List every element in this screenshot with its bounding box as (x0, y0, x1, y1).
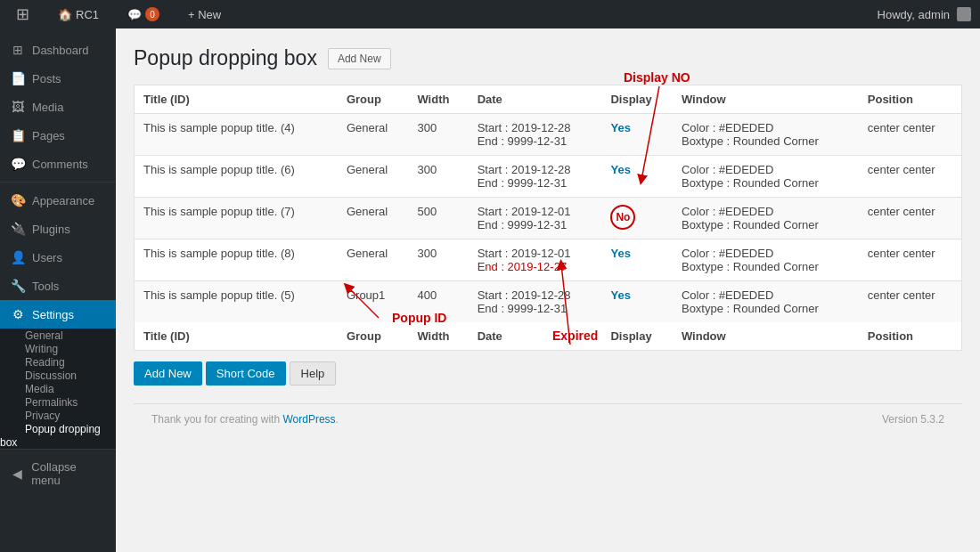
window-boxtype: Boxtype : Rounded Corner (682, 134, 850, 148)
add-new-header-button[interactable]: Add New (328, 48, 391, 69)
sidebar: ⊞ Dashboard 📄 Posts 🖼 Media 📋 Pages 💬 Co… (0, 28, 116, 552)
sidebar-item-comments[interactable]: 💬 Comments (0, 150, 116, 178)
sidebar-item-media[interactable]: 🖼 Media (0, 93, 116, 121)
window-color: Color : #EDEDED (682, 205, 850, 218)
sidebar-item-users[interactable]: 👤 Users (0, 243, 116, 272)
help-button[interactable]: Help (290, 361, 337, 386)
page-title: Popup dropping box (134, 46, 317, 70)
sidebar-item-posts[interactable]: 📄 Posts (0, 64, 116, 93)
window-color: Color : #EDEDED (682, 247, 850, 260)
site-name: RC1 (76, 8, 99, 21)
tf-date: Date (469, 322, 602, 351)
cell-width: 300 (408, 114, 468, 156)
sidebar-label-comments: Comments (32, 158, 88, 171)
sidebar-item-tools[interactable]: 🔧 Tools (0, 272, 116, 300)
table-footer-row: Title (ID) Group Width Date Display Wind… (135, 322, 962, 351)
home-icon: 🏠 (58, 8, 72, 21)
display-no-badge: No (610, 205, 635, 230)
th-group: Group (338, 85, 409, 114)
cell-title: This is sample popup title. (5) (135, 281, 338, 323)
short-code-button[interactable]: Short Code (206, 361, 286, 386)
pages-icon: 📋 (11, 128, 25, 142)
add-new-button[interactable]: Add New (134, 361, 202, 386)
dashboard-icon: ⊞ (11, 43, 25, 57)
popup-table: Title (ID) Group Width Date Display Wind… (134, 85, 962, 351)
footer: Thank you for creating with WordPress. V… (134, 403, 962, 434)
cell-width: 400 (408, 281, 468, 323)
cell-display: Yes (601, 114, 673, 156)
window-boxtype: Boxtype : Rounded Corner (682, 302, 850, 315)
table-row: This is sample popup title. (7)General50… (135, 198, 962, 239)
date-start: Start : 2019-12-01 (478, 247, 593, 260)
table-row: This is sample popup title. (5)Group1400… (135, 281, 962, 323)
date-end: End : 9999-12-31 (478, 218, 593, 231)
th-display: Display (601, 85, 673, 114)
th-title: Title (ID) (135, 85, 338, 114)
display-yes-label: Yes (610, 163, 630, 176)
date-start: Start : 2019-12-01 (478, 205, 593, 218)
annotation-display-no: Display NO (624, 70, 690, 85)
cell-window: Color : #EDEDEDBoxtype : Rounded Corner (673, 281, 859, 323)
page-title-area: Popup dropping box Add New (134, 46, 962, 70)
sidebar-label-collapse: Collapse menu (31, 460, 105, 487)
sidebar-label-pages: Pages (32, 129, 65, 142)
new-content-bar-item[interactable]: + New (181, 0, 228, 28)
sidebar-label-tools: Tools (32, 280, 59, 293)
howdy-text: Howdy, admin (878, 8, 950, 21)
cell-display: Yes (601, 281, 673, 323)
sidebar-item-dashboard[interactable]: ⊞ Dashboard (0, 36, 116, 64)
layout: ⊞ Dashboard 📄 Posts 🖼 Media 📋 Pages 💬 Co… (0, 28, 980, 552)
cell-window: Color : #EDEDEDBoxtype : Rounded Corner (673, 156, 859, 198)
cell-position: center center (859, 281, 962, 323)
site-name-bar-item[interactable]: 🏠 RC1 (51, 0, 106, 28)
table-row: This is sample popup title. (4)General30… (135, 114, 962, 156)
sidebar-label-dashboard: Dashboard (32, 44, 89, 57)
sidebar-label-media: Media (32, 101, 63, 114)
sidebar-item-pages[interactable]: 📋 Pages (0, 121, 116, 150)
tf-display: Display (601, 322, 673, 351)
tf-title: Title (ID) (135, 322, 338, 351)
window-boxtype: Boxtype : Rounded Corner (682, 260, 850, 273)
comments-icon: 💬 (11, 157, 25, 171)
comments-bar-item[interactable]: 💬 0 (120, 0, 167, 28)
table-body: This is sample popup title. (4)General30… (135, 114, 962, 323)
tf-width: Width (408, 322, 468, 351)
cell-date: Start : 2019-12-01End : 9999-12-31 (469, 198, 602, 239)
version-text: Version 5.3.2 (882, 413, 944, 426)
sidebar-label-appearance: Appearance (32, 194, 94, 207)
th-window: Window (673, 85, 859, 114)
sidebar-item-appearance[interactable]: 🎨 Appearance (0, 186, 116, 215)
settings-submenu: General Writing Reading Discussion Media… (0, 329, 116, 449)
th-width: Width (408, 85, 468, 114)
footer-thank-you: Thank you for creating with WordPress. (151, 413, 339, 426)
cell-position: center center (859, 156, 962, 198)
table-row: This is sample popup title. (8)General30… (135, 239, 962, 281)
cell-width: 500 (408, 198, 468, 239)
wp-logo[interactable]: ⊞ (9, 0, 37, 28)
wordpress-link[interactable]: WordPress (282, 413, 335, 426)
cell-position: center center (859, 114, 962, 156)
sidebar-item-plugins[interactable]: 🔌 Plugins (0, 215, 116, 243)
cell-title: This is sample popup title. (6) (135, 156, 338, 198)
tf-window: Window (673, 322, 859, 351)
main-content: Popup dropping box Add New Title (ID) Gr… (116, 28, 980, 552)
users-icon: 👤 (11, 250, 25, 264)
cell-group: General (338, 198, 409, 239)
comment-icon: 💬 (127, 8, 142, 21)
tf-group: Group (338, 322, 409, 351)
date-end: End : 9999-12-31 (478, 176, 593, 190)
date-end: End : 2019-12-27 (478, 260, 593, 273)
display-yes-label: Yes (610, 247, 630, 260)
footer-buttons: Add New Short Code Help (134, 361, 962, 386)
sidebar-label-posts: Posts (32, 72, 61, 85)
sidebar-item-collapse[interactable]: ◀ Collapse menu (0, 453, 116, 494)
appearance-icon: 🎨 (11, 193, 25, 207)
cell-display: No (601, 198, 673, 239)
table-row: This is sample popup title. (6)General30… (135, 156, 962, 198)
cell-width: 300 (408, 156, 468, 198)
collapse-icon: ◀ (11, 467, 24, 481)
cell-date: Start : 2019-12-01End : 2019-12-27 (469, 239, 602, 281)
cell-window: Color : #EDEDEDBoxtype : Rounded Corner (673, 239, 859, 281)
th-date: Date (469, 85, 602, 114)
settings-icon: ⚙ (11, 307, 25, 321)
